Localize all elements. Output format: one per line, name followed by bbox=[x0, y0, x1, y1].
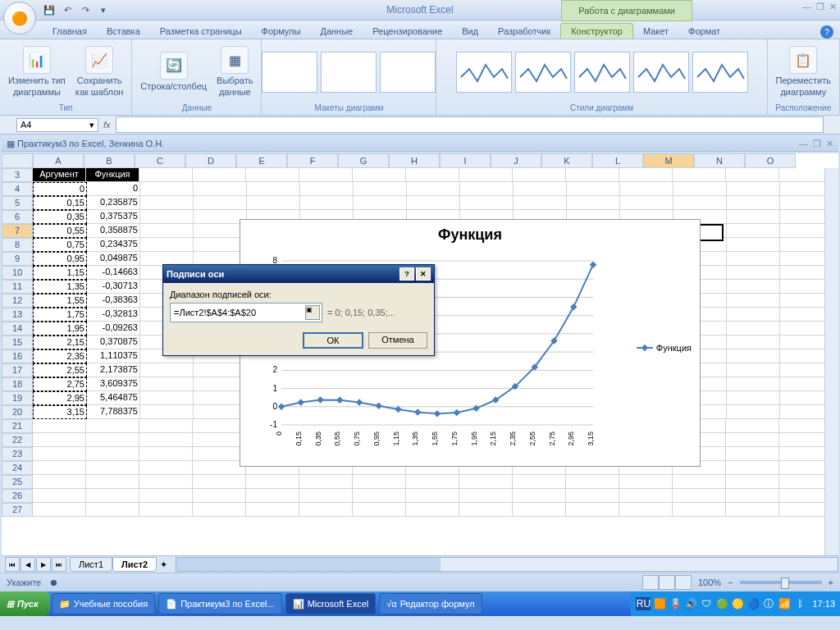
cell[interactable] bbox=[33, 419, 86, 433]
row-header-22[interactable]: 22 bbox=[2, 433, 33, 447]
cell[interactable] bbox=[247, 182, 300, 196]
chart-layout-3[interactable] bbox=[380, 52, 436, 93]
cell-A15[interactable]: 2,15 bbox=[33, 336, 87, 349]
tab-developer[interactable]: Разработчик bbox=[488, 24, 560, 39]
start-button[interactable]: ⊞Пуск bbox=[0, 591, 50, 616]
cell[interactable] bbox=[727, 336, 780, 349]
cell[interactable] bbox=[86, 461, 139, 475]
cell[interactable] bbox=[140, 391, 194, 405]
cell[interactable] bbox=[727, 224, 780, 238]
row-header-17[interactable]: 17 bbox=[2, 363, 33, 377]
cell[interactable] bbox=[406, 503, 459, 517]
column-header-G[interactable]: G bbox=[338, 153, 389, 168]
first-sheet-icon[interactable]: ⏮ bbox=[5, 557, 20, 572]
cell[interactable] bbox=[33, 489, 86, 503]
cell[interactable] bbox=[673, 503, 726, 517]
column-header-M[interactable]: M bbox=[643, 153, 694, 168]
last-sheet-icon[interactable]: ⏭ bbox=[52, 557, 66, 572]
cell[interactable] bbox=[566, 475, 619, 489]
cell[interactable] bbox=[86, 475, 139, 489]
cell[interactable] bbox=[619, 475, 673, 489]
taskbar-item-excel[interactable]: 📊Microsoft Excel bbox=[285, 593, 377, 614]
column-header-J[interactable]: J bbox=[491, 153, 541, 168]
fx-icon[interactable]: fx bbox=[103, 120, 111, 130]
cell[interactable] bbox=[727, 294, 780, 308]
cell[interactable] bbox=[299, 475, 353, 489]
cell[interactable] bbox=[193, 489, 246, 503]
vertical-scrollbar[interactable] bbox=[824, 168, 838, 555]
doc-minimize-icon[interactable]: — bbox=[799, 139, 808, 149]
normal-view-icon[interactable] bbox=[642, 575, 659, 590]
taskbar-item-word[interactable]: 📄Практикум3 по Excel... bbox=[158, 593, 282, 614]
cell[interactable] bbox=[139, 168, 193, 182]
cell[interactable] bbox=[726, 447, 779, 461]
cell[interactable] bbox=[406, 489, 459, 503]
cell[interactable] bbox=[726, 168, 779, 182]
cell[interactable] bbox=[673, 489, 726, 503]
chart-style-4[interactable] bbox=[633, 52, 689, 93]
cell[interactable] bbox=[727, 280, 780, 294]
column-header-K[interactable]: K bbox=[541, 153, 592, 168]
prev-sheet-icon[interactable]: ◀ bbox=[21, 557, 35, 572]
taskbar-item-equation[interactable]: √αРедактор формул bbox=[379, 593, 482, 614]
cell-A20[interactable]: 3,15 bbox=[33, 405, 87, 419]
row-header-6[interactable]: 6 bbox=[2, 210, 33, 224]
cell-B10[interactable]: -0,14663 bbox=[87, 266, 140, 280]
range-input-field[interactable] bbox=[172, 307, 305, 318]
cell[interactable] bbox=[193, 168, 246, 182]
doc-close-icon[interactable]: ✕ bbox=[826, 139, 833, 149]
cell[interactable] bbox=[566, 503, 619, 517]
row-header-19[interactable]: 19 bbox=[2, 391, 33, 405]
tray-icon-9[interactable]: 📶 bbox=[778, 597, 791, 610]
cell[interactable] bbox=[33, 433, 86, 447]
cell[interactable] bbox=[459, 475, 513, 489]
row-header-3[interactable]: 3 bbox=[2, 168, 33, 182]
cell[interactable] bbox=[727, 349, 780, 363]
cell[interactable] bbox=[727, 210, 780, 224]
cell[interactable] bbox=[86, 489, 139, 503]
cell-A12[interactable]: 1,55 bbox=[33, 294, 87, 308]
cell[interactable] bbox=[299, 503, 353, 517]
cell[interactable] bbox=[673, 475, 726, 489]
page-layout-view-icon[interactable] bbox=[659, 575, 675, 590]
cell[interactable] bbox=[673, 196, 727, 210]
cell[interactable] bbox=[407, 196, 460, 210]
cell-B12[interactable]: -0,38363 bbox=[87, 294, 140, 308]
row-header-25[interactable]: 25 bbox=[2, 475, 33, 489]
cell[interactable] bbox=[727, 252, 780, 266]
cell[interactable] bbox=[620, 196, 673, 210]
save-template-button[interactable]: 📈Сохранить как шаблон bbox=[72, 44, 127, 98]
cell[interactable] bbox=[726, 503, 779, 517]
cell[interactable] bbox=[140, 224, 194, 238]
cell[interactable] bbox=[514, 182, 567, 196]
chart-style-3[interactable] bbox=[574, 52, 630, 93]
cell[interactable] bbox=[193, 419, 246, 433]
cell[interactable] bbox=[193, 447, 246, 461]
column-header-F[interactable]: F bbox=[287, 153, 338, 168]
cell[interactable] bbox=[246, 489, 299, 503]
cell[interactable] bbox=[140, 182, 194, 196]
cell[interactable] bbox=[727, 322, 780, 336]
zoom-in-icon[interactable]: + bbox=[829, 578, 833, 587]
cell[interactable] bbox=[406, 475, 459, 489]
cell[interactable] bbox=[33, 503, 86, 517]
row-header-8[interactable]: 8 bbox=[2, 238, 33, 252]
cell[interactable] bbox=[459, 503, 513, 517]
tray-icon-6[interactable]: 🟡 bbox=[731, 597, 744, 610]
next-sheet-icon[interactable]: ▶ bbox=[36, 557, 51, 572]
cell[interactable] bbox=[193, 461, 246, 475]
chart-layout-2[interactable] bbox=[321, 52, 377, 93]
cell-A18[interactable]: 2,75 bbox=[33, 377, 87, 391]
cell[interactable] bbox=[139, 447, 193, 461]
cell-A19[interactable]: 2,95 bbox=[33, 391, 87, 405]
cell[interactable] bbox=[246, 503, 299, 517]
move-chart-button[interactable]: 📋Переместить диаграмму bbox=[773, 44, 834, 98]
cell[interactable] bbox=[566, 168, 619, 182]
cell[interactable] bbox=[353, 489, 406, 503]
restore-icon[interactable]: ❐ bbox=[816, 2, 824, 12]
name-box[interactable]: A4▾ bbox=[16, 118, 98, 132]
column-header-H[interactable]: H bbox=[389, 153, 440, 168]
zoom-out-icon[interactable]: − bbox=[728, 578, 733, 587]
column-header-L[interactable]: L bbox=[592, 153, 643, 168]
cell-B11[interactable]: -0,30713 bbox=[87, 280, 140, 294]
